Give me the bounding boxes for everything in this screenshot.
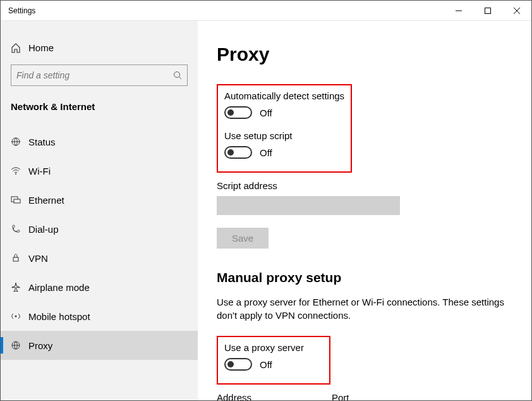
dialup-icon: [11, 224, 28, 234]
sidebar-item-label: Dial-up: [28, 224, 59, 235]
close-icon: [514, 8, 520, 14]
titlebar: Settings: [1, 1, 531, 21]
maximize-icon: [485, 8, 491, 14]
sidebar: Home Network & Internet Status Wi-Fi: [1, 21, 198, 400]
search-icon: [173, 71, 182, 80]
sidebar-item-status[interactable]: Status: [1, 127, 198, 156]
home-label: Home: [28, 42, 54, 53]
sidebar-item-ethernet[interactable]: Ethernet: [1, 185, 198, 214]
search-input[interactable]: [16, 70, 173, 80]
sidebar-category: Network & Internet: [1, 101, 198, 112]
manual-section-title: Manual proxy setup: [217, 270, 512, 285]
minimize-button[interactable]: [444, 1, 473, 21]
auto-detect-toggle[interactable]: [224, 106, 252, 119]
auto-detect-state: Off: [260, 108, 272, 118]
toggle-knob: [227, 109, 234, 116]
address-label: Address: [217, 392, 318, 400]
wifi-icon: [11, 166, 28, 176]
use-proxy-label: Use a proxy server: [224, 342, 323, 353]
status-icon: [11, 137, 28, 147]
main-content: Proxy Automatically detect settings Off …: [198, 21, 531, 400]
svg-rect-1: [485, 8, 491, 13]
maximize-button[interactable]: [473, 1, 502, 21]
use-proxy-state: Off: [260, 359, 272, 370]
highlight-auto: Automatically detect settings Off Use se…: [217, 84, 352, 173]
toggle-knob: [227, 361, 234, 367]
toggle-knob: [227, 149, 234, 156]
window-title: Settings: [8, 6, 444, 15]
airplane-icon: [11, 282, 28, 292]
proxy-icon: [11, 340, 28, 350]
sidebar-item-label: Ethernet: [28, 195, 64, 206]
setup-script-label: Use setup script: [224, 130, 344, 141]
hotspot-icon: [11, 311, 28, 321]
close-button[interactable]: [502, 1, 531, 21]
use-proxy-toggle-row: Off: [224, 358, 323, 371]
sidebar-item-label: Airplane mode: [28, 282, 90, 293]
home-icon: [11, 43, 28, 53]
sidebar-item-proxy[interactable]: Proxy: [1, 331, 198, 360]
search-box[interactable]: [11, 65, 188, 86]
sidebar-item-label: Proxy: [28, 340, 52, 351]
sidebar-item-airplane[interactable]: Airplane mode: [1, 273, 198, 302]
setup-script-toggle-row: Off: [224, 146, 344, 159]
sidebar-item-dialup[interactable]: Dial-up: [1, 214, 198, 244]
sidebar-item-vpn[interactable]: VPN: [1, 244, 198, 273]
use-proxy-toggle[interactable]: [224, 358, 252, 371]
auto-detect-label: Automatically detect settings: [224, 90, 344, 101]
page-title: Proxy: [217, 44, 512, 65]
sidebar-item-label: Mobile hotspot: [28, 311, 90, 322]
sidebar-home[interactable]: Home: [1, 42, 198, 53]
manual-help-text: Use a proxy server for Ethernet or Wi-Fi…: [217, 295, 507, 322]
port-label: Port: [332, 392, 389, 400]
svg-rect-10: [14, 199, 20, 203]
setup-script-toggle[interactable]: [224, 146, 252, 159]
svg-point-4: [174, 72, 180, 78]
settings-window: Settings Home: [0, 0, 532, 401]
svg-rect-11: [13, 257, 18, 261]
auto-detect-toggle-row: Off: [224, 106, 344, 119]
window-controls: [444, 1, 531, 21]
svg-point-8: [15, 173, 16, 175]
svg-point-12: [15, 316, 17, 318]
script-address-label: Script address: [217, 180, 512, 191]
sidebar-item-hotspot[interactable]: Mobile hotspot: [1, 302, 198, 331]
setup-script-state: Off: [260, 147, 272, 158]
script-address-input[interactable]: [217, 196, 400, 215]
address-port-row: Address Port: [217, 392, 512, 400]
vpn-icon: [11, 253, 28, 263]
sidebar-item-label: Status: [28, 137, 56, 147]
svg-line-5: [179, 77, 182, 80]
ethernet-icon: [11, 195, 28, 205]
save-button[interactable]: Save: [217, 228, 269, 249]
sidebar-item-label: VPN: [28, 253, 48, 264]
minimize-icon: [456, 8, 462, 14]
window-body: Home Network & Internet Status Wi-Fi: [1, 21, 531, 400]
highlight-manual: Use a proxy server Off: [217, 336, 330, 385]
sidebar-item-wifi[interactable]: Wi-Fi: [1, 156, 198, 185]
sidebar-item-label: Wi-Fi: [28, 166, 51, 176]
